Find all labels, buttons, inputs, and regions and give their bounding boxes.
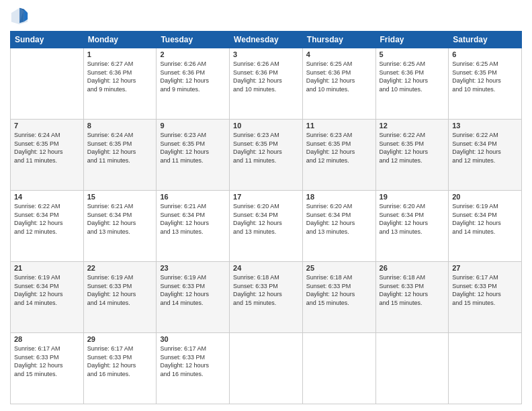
day-info: Sunrise: 6:19 AM Sunset: 6:34 PM Dayligh… — [14, 273, 80, 307]
day-info: Sunrise: 6:21 AM Sunset: 6:34 PM Dayligh… — [160, 202, 226, 236]
calendar: SundayMondayTuesdayWednesdayThursdayFrid… — [10, 31, 522, 404]
day-number: 21 — [14, 264, 80, 272]
calendar-cell: 25Sunrise: 6:18 AM Sunset: 6:33 PM Dayli… — [302, 262, 375, 333]
calendar-cell — [11, 48, 84, 120]
calendar-cell: 30Sunrise: 6:17 AM Sunset: 6:33 PM Dayli… — [157, 333, 230, 404]
day-info: Sunrise: 6:21 AM Sunset: 6:34 PM Dayligh… — [87, 202, 153, 236]
page: SundayMondayTuesdayWednesdayThursdayFrid… — [0, 0, 532, 411]
day-number: 29 — [87, 335, 153, 343]
calendar-week-1: 1Sunrise: 6:27 AM Sunset: 6:36 PM Daylig… — [11, 48, 522, 120]
day-info: Sunrise: 6:27 AM Sunset: 6:36 PM Dayligh… — [87, 60, 153, 93]
calendar-cell: 19Sunrise: 6:20 AM Sunset: 6:34 PM Dayli… — [375, 191, 449, 262]
calendar-cell: 28Sunrise: 6:17 AM Sunset: 6:33 PM Dayli… — [11, 333, 84, 404]
calendar-cell: 17Sunrise: 6:20 AM Sunset: 6:34 PM Dayli… — [230, 191, 303, 262]
calendar-header-monday: Monday — [83, 32, 157, 48]
calendar-cell: 5Sunrise: 6:25 AM Sunset: 6:36 PM Daylig… — [375, 48, 449, 120]
day-number: 17 — [233, 193, 299, 201]
calendar-cell: 29Sunrise: 6:17 AM Sunset: 6:33 PM Dayli… — [83, 333, 157, 404]
day-number: 15 — [87, 193, 153, 201]
calendar-cell: 8Sunrise: 6:24 AM Sunset: 6:35 PM Daylig… — [83, 120, 157, 191]
day-number: 6 — [452, 50, 518, 58]
calendar-cell: 2Sunrise: 6:26 AM Sunset: 6:36 PM Daylig… — [157, 48, 230, 120]
day-number: 13 — [452, 122, 518, 130]
day-info: Sunrise: 6:17 AM Sunset: 6:33 PM Dayligh… — [452, 273, 518, 307]
day-info: Sunrise: 6:19 AM Sunset: 6:33 PM Dayligh… — [160, 273, 226, 307]
day-number: 2 — [160, 50, 226, 58]
day-info: Sunrise: 6:23 AM Sunset: 6:35 PM Dayligh… — [160, 131, 226, 165]
day-number: 12 — [380, 122, 445, 130]
calendar-week-5: 28Sunrise: 6:17 AM Sunset: 6:33 PM Dayli… — [11, 333, 522, 404]
svg-marker-4 — [19, 8, 24, 23]
day-info: Sunrise: 6:20 AM Sunset: 6:34 PM Dayligh… — [380, 202, 445, 236]
calendar-cell: 22Sunrise: 6:19 AM Sunset: 6:33 PM Dayli… — [83, 262, 157, 333]
day-number: 10 — [233, 122, 299, 130]
day-number: 4 — [306, 50, 372, 58]
day-number: 9 — [160, 122, 226, 130]
calendar-cell: 15Sunrise: 6:21 AM Sunset: 6:34 PM Dayli… — [83, 191, 157, 262]
day-info: Sunrise: 6:22 AM Sunset: 6:34 PM Dayligh… — [452, 131, 518, 165]
day-info: Sunrise: 6:19 AM Sunset: 6:33 PM Dayligh… — [87, 273, 153, 307]
day-number: 20 — [452, 193, 518, 201]
calendar-cell: 3Sunrise: 6:26 AM Sunset: 6:36 PM Daylig… — [230, 48, 303, 120]
day-number: 8 — [87, 122, 153, 130]
calendar-cell: 26Sunrise: 6:18 AM Sunset: 6:33 PM Dayli… — [375, 262, 449, 333]
day-info: Sunrise: 6:18 AM Sunset: 6:33 PM Dayligh… — [233, 273, 299, 307]
calendar-header-row: SundayMondayTuesdayWednesdayThursdayFrid… — [11, 32, 522, 48]
day-number: 30 — [160, 335, 226, 343]
day-info: Sunrise: 6:20 AM Sunset: 6:34 PM Dayligh… — [233, 202, 299, 236]
day-number: 16 — [160, 193, 226, 201]
day-info: Sunrise: 6:17 AM Sunset: 6:33 PM Dayligh… — [160, 345, 226, 378]
day-number: 3 — [233, 50, 299, 58]
day-number: 18 — [306, 193, 372, 201]
day-number: 28 — [14, 335, 80, 343]
day-info: Sunrise: 6:26 AM Sunset: 6:36 PM Dayligh… — [160, 60, 226, 93]
calendar-cell: 13Sunrise: 6:22 AM Sunset: 6:34 PM Dayli… — [449, 120, 522, 191]
calendar-cell: 12Sunrise: 6:22 AM Sunset: 6:35 PM Dayli… — [375, 120, 449, 191]
day-info: Sunrise: 6:25 AM Sunset: 6:36 PM Dayligh… — [306, 60, 372, 93]
day-number: 23 — [160, 264, 226, 272]
calendar-cell: 9Sunrise: 6:23 AM Sunset: 6:35 PM Daylig… — [157, 120, 230, 191]
calendar-week-3: 14Sunrise: 6:22 AM Sunset: 6:34 PM Dayli… — [11, 191, 522, 262]
day-number: 7 — [14, 122, 80, 130]
day-info: Sunrise: 6:20 AM Sunset: 6:34 PM Dayligh… — [306, 202, 372, 236]
calendar-cell: 20Sunrise: 6:19 AM Sunset: 6:34 PM Dayli… — [449, 191, 522, 262]
calendar-week-2: 7Sunrise: 6:24 AM Sunset: 6:35 PM Daylig… — [11, 120, 522, 191]
calendar-cell: 23Sunrise: 6:19 AM Sunset: 6:33 PM Dayli… — [157, 262, 230, 333]
day-number: 11 — [306, 122, 372, 130]
day-number: 14 — [14, 193, 80, 201]
calendar-cell: 18Sunrise: 6:20 AM Sunset: 6:34 PM Dayli… — [302, 191, 375, 262]
day-number: 5 — [380, 50, 445, 58]
calendar-cell: 10Sunrise: 6:23 AM Sunset: 6:35 PM Dayli… — [230, 120, 303, 191]
day-number: 1 — [87, 50, 153, 58]
day-info: Sunrise: 6:17 AM Sunset: 6:33 PM Dayligh… — [14, 345, 80, 378]
calendar-header-saturday: Saturday — [449, 32, 522, 48]
header — [10, 7, 522, 26]
day-info: Sunrise: 6:18 AM Sunset: 6:33 PM Dayligh… — [306, 273, 372, 307]
day-number: 25 — [306, 264, 372, 272]
calendar-cell: 4Sunrise: 6:25 AM Sunset: 6:36 PM Daylig… — [302, 48, 375, 120]
logo-icon — [10, 7, 29, 26]
logo — [10, 7, 32, 26]
calendar-cell — [449, 333, 522, 404]
calendar-header-friday: Friday — [375, 32, 449, 48]
calendar-cell: 6Sunrise: 6:25 AM Sunset: 6:35 PM Daylig… — [449, 48, 522, 120]
day-info: Sunrise: 6:22 AM Sunset: 6:35 PM Dayligh… — [380, 131, 445, 165]
day-info: Sunrise: 6:24 AM Sunset: 6:35 PM Dayligh… — [14, 131, 80, 165]
day-info: Sunrise: 6:26 AM Sunset: 6:36 PM Dayligh… — [233, 60, 299, 93]
calendar-cell: 16Sunrise: 6:21 AM Sunset: 6:34 PM Dayli… — [157, 191, 230, 262]
calendar-cell — [375, 333, 449, 404]
calendar-cell: 21Sunrise: 6:19 AM Sunset: 6:34 PM Dayli… — [11, 262, 84, 333]
calendar-cell: 11Sunrise: 6:23 AM Sunset: 6:35 PM Dayli… — [302, 120, 375, 191]
day-number: 24 — [233, 264, 299, 272]
calendar-cell — [302, 333, 375, 404]
day-number: 27 — [452, 264, 518, 272]
day-info: Sunrise: 6:25 AM Sunset: 6:35 PM Dayligh… — [452, 60, 518, 93]
calendar-cell: 1Sunrise: 6:27 AM Sunset: 6:36 PM Daylig… — [83, 48, 157, 120]
calendar-cell: 7Sunrise: 6:24 AM Sunset: 6:35 PM Daylig… — [11, 120, 84, 191]
day-number: 19 — [380, 193, 445, 201]
calendar-week-4: 21Sunrise: 6:19 AM Sunset: 6:34 PM Dayli… — [11, 262, 522, 333]
day-info: Sunrise: 6:23 AM Sunset: 6:35 PM Dayligh… — [233, 131, 299, 165]
calendar-cell: 14Sunrise: 6:22 AM Sunset: 6:34 PM Dayli… — [11, 191, 84, 262]
calendar-cell: 24Sunrise: 6:18 AM Sunset: 6:33 PM Dayli… — [230, 262, 303, 333]
day-info: Sunrise: 6:24 AM Sunset: 6:35 PM Dayligh… — [87, 131, 153, 165]
